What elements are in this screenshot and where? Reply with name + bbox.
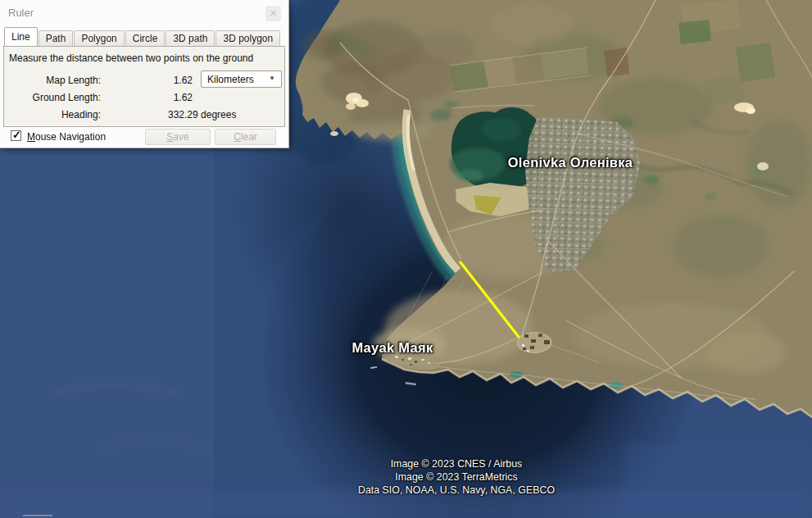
clear-button[interactable]: Clear [215, 129, 276, 145]
ground-length-value: 1.62 [143, 92, 193, 103]
ruler-dialog-footer: ✓ Mouse Navigation Save Clear [0, 127, 288, 148]
mouse-navigation-label: Mouse Navigation [27, 131, 106, 143]
dialog-title: Ruler [8, 7, 34, 19]
tab-polygon[interactable]: Polygon [74, 30, 124, 46]
ruler-tab-bar: Line Path Polygon Circle 3D path 3D poly… [4, 28, 281, 46]
imagery-attribution: Image © 2023 CNES / Airbus Image © 2023 … [256, 457, 657, 497]
map-label-mayak: Mayak Маяк [352, 340, 433, 356]
save-button[interactable]: Save [145, 129, 211, 145]
unit-dropdown[interactable]: Kilometers ▼ [201, 70, 282, 88]
ruler-dialog: Ruler ✕ Line Path Polygon Circle 3D path… [0, 0, 289, 148]
check-icon: ✓ [12, 129, 21, 141]
map-length-value: 1.62 [143, 75, 193, 86]
attribution-line: Image © 2023 CNES / Airbus [256, 457, 657, 470]
tab-circle[interactable]: Circle [125, 30, 166, 46]
ground-length-label: Ground Length: [6, 92, 101, 103]
ruler-dialog-titlebar[interactable]: Ruler ✕ [0, 0, 288, 26]
bottom-edge-artifact [23, 515, 52, 516]
google-earth-window: Olenivka Оленівка Mayak Маяк Image © 202… [0, 0, 812, 518]
close-icon[interactable]: ✕ [265, 6, 281, 21]
attribution-line: Data SIO, NOAA, U.S. Navy, NGA, GEBCO [256, 484, 657, 497]
tab-line[interactable]: Line [4, 27, 38, 46]
map-label-olenivka: Olenivka Оленівка [508, 155, 633, 170]
map-length-label: Map Length: [6, 75, 101, 86]
lighthouse-compound [516, 332, 552, 353]
heading-label: Heading: [6, 109, 101, 120]
ruler-line-panel: Measure the distance between two points … [3, 46, 285, 127]
tab-3d-path[interactable]: 3D path [166, 30, 215, 46]
measure-description: Measure the distance between two points … [9, 52, 253, 64]
tab-path[interactable]: Path [39, 30, 74, 46]
attribution-line: Image © 2023 TerraMetrics [256, 470, 657, 484]
unit-selected: Kilometers [207, 74, 254, 85]
heading-value: 332.29 degrees [168, 109, 236, 120]
mouse-navigation-checkbox[interactable]: ✓ [11, 130, 21, 141]
tab-3d-polygon[interactable]: 3D polygon [215, 30, 280, 46]
chevron-down-icon: ▼ [269, 75, 275, 82]
